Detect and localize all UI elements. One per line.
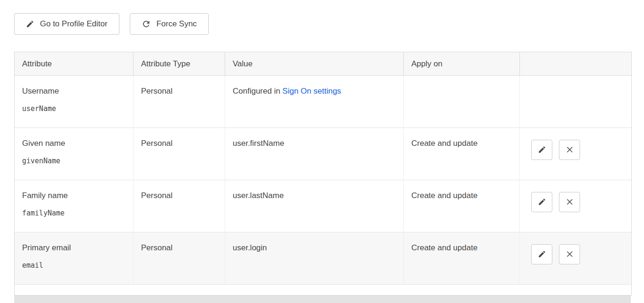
next-section-partial — [14, 295, 631, 303]
value-expression: user.lastName — [233, 191, 284, 200]
force-sync-button[interactable]: Force Sync — [130, 13, 209, 35]
attribute-cell: Family name familyName — [15, 180, 134, 232]
actions-cell — [520, 128, 631, 180]
attribute-label: Username — [22, 87, 126, 96]
attribute-variable-name: familyName — [22, 209, 126, 217]
header-attribute-type: Attribute Type — [134, 52, 225, 76]
apply-on-cell — [404, 76, 520, 128]
table-row-family-name: Family name familyName Personal user.las… — [15, 180, 631, 232]
x-icon — [566, 250, 573, 258]
value-cell: user.lastName — [225, 180, 404, 232]
attribute-type-cell: Personal — [134, 128, 225, 180]
refresh-icon — [141, 19, 151, 29]
partial-row-cell — [15, 285, 631, 295]
go-to-profile-editor-button[interactable]: Go to Profile Editor — [14, 13, 119, 35]
table-row-partial — [15, 285, 631, 295]
x-icon — [566, 198, 573, 206]
apply-on-cell: Create and update — [404, 232, 520, 285]
apply-on-value: Create and update — [411, 243, 478, 252]
value-expression: user.login — [233, 243, 267, 252]
attribute-label: Given name — [22, 139, 126, 148]
table-row-given-name: Given name givenName Personal user.first… — [15, 128, 631, 180]
attribute-type: Personal — [141, 87, 173, 96]
attribute-type: Personal — [141, 243, 173, 252]
value-expression: user.firstName — [233, 139, 284, 148]
x-icon — [566, 146, 573, 153]
value-cell: Configured in Sign On settings — [225, 76, 404, 128]
attribute-variable-name: email — [22, 261, 126, 270]
pencil-icon — [26, 20, 34, 28]
apply-on-value: Create and update — [411, 139, 478, 148]
actions-cell — [520, 180, 631, 232]
attribute-type-cell: Personal — [134, 76, 225, 128]
header-actions — [520, 52, 631, 76]
attribute-mappings-panel: Go to Profile Editor Force Sync Attribut… — [0, 0, 644, 303]
edit-attribute-button[interactable] — [531, 140, 552, 160]
attribute-variable-name: userName — [22, 104, 126, 113]
table-header-row: Attribute Attribute Type Value Apply on — [15, 52, 631, 76]
attribute-cell: Given name givenName — [15, 128, 134, 180]
attribute-type-cell: Personal — [134, 180, 225, 232]
actions-cell — [520, 76, 631, 128]
go-to-profile-editor-label: Go to Profile Editor — [40, 19, 108, 29]
sign-on-settings-link[interactable]: Sign On settings — [283, 87, 341, 96]
header-value: Value — [225, 52, 404, 76]
attribute-mappings-table: Attribute Attribute Type Value Apply on … — [14, 52, 632, 295]
value-cell: user.login — [225, 232, 404, 285]
delete-attribute-button[interactable] — [559, 192, 580, 212]
row-actions — [531, 244, 631, 264]
attribute-type-cell: Personal — [134, 232, 225, 285]
pencil-icon — [538, 250, 546, 258]
attribute-cell: Primary email email — [15, 232, 134, 285]
pencil-icon — [538, 198, 546, 206]
actions-cell — [520, 232, 631, 285]
apply-on-cell: Create and update — [404, 180, 520, 232]
row-actions — [531, 192, 631, 212]
force-sync-label: Force Sync — [157, 19, 197, 29]
row-actions — [531, 140, 631, 160]
apply-on-cell: Create and update — [404, 128, 520, 180]
table-row-username: Username userName Personal Configured in… — [15, 76, 631, 128]
delete-attribute-button[interactable] — [559, 244, 580, 264]
attribute-label: Family name — [22, 191, 126, 200]
table-row-primary-email: Primary email email Personal user.login … — [15, 232, 631, 285]
apply-on-value: Create and update — [411, 191, 478, 200]
header-apply-on: Apply on — [404, 52, 520, 76]
attribute-type: Personal — [141, 139, 173, 148]
value-text: Configured in — [233, 87, 280, 96]
toolbar: Go to Profile Editor Force Sync — [14, 13, 631, 35]
delete-attribute-button[interactable] — [559, 140, 580, 160]
edit-attribute-button[interactable] — [531, 192, 552, 212]
value-cell: user.firstName — [225, 128, 404, 180]
attribute-type: Personal — [141, 191, 173, 200]
pencil-icon — [538, 145, 546, 154]
attribute-cell: Username userName — [15, 76, 134, 128]
attribute-label: Primary email — [22, 243, 126, 253]
header-attribute: Attribute — [15, 52, 134, 76]
attribute-variable-name: givenName — [22, 157, 126, 165]
edit-attribute-button[interactable] — [531, 244, 552, 264]
